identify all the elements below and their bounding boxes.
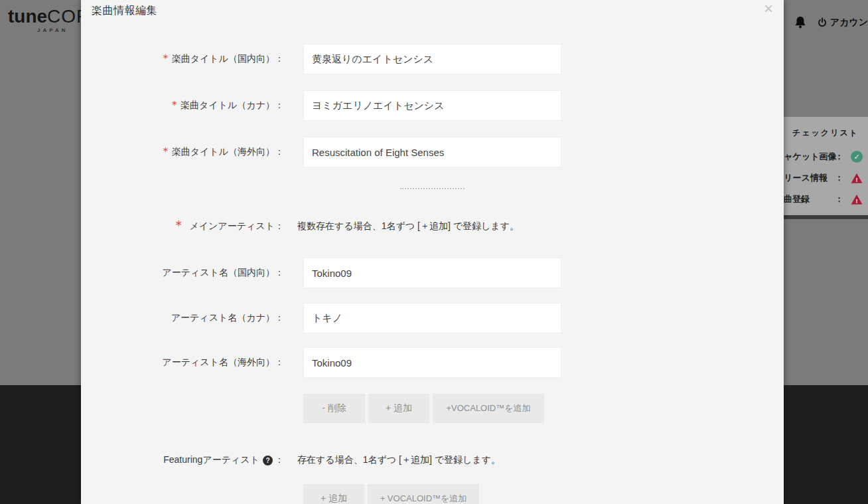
artist-domestic-input[interactable]	[303, 258, 561, 288]
remove-artist-button[interactable]: - 削除	[303, 394, 365, 423]
field-label: ＊ 楽曲タイトル（海外向）：	[81, 137, 284, 167]
header-actions: アカウン	[793, 15, 868, 31]
field-label: アーティスト名（国内向）：	[81, 258, 284, 288]
add-vocaloid-button[interactable]: +VOCALOID™を追加	[433, 394, 544, 423]
field-row-title-overseas: ＊ 楽曲タイトル（海外向）：	[81, 137, 784, 167]
featuring-artist-section: Featuringアーティスト ? ： 存在する場合、1名ずつ [＋追加] で登…	[81, 453, 784, 467]
main-artist-label-text: メインアーティスト：	[189, 220, 284, 232]
field-row-artist-overseas: アーティスト名（海外向）：	[81, 347, 784, 378]
add-artist-button[interactable]: + 追加	[368, 394, 429, 423]
field-row-artist-domestic: アーティスト名（国内向）：	[81, 258, 784, 288]
add-featuring-button[interactable]: + 追加	[303, 484, 364, 504]
required-asterisk: ＊	[172, 216, 185, 234]
artist-kana-input[interactable]	[303, 303, 561, 333]
title-domestic-input[interactable]	[303, 44, 561, 74]
required-asterisk: ＊	[161, 52, 171, 66]
field-label-text: 楽曲タイトル（国内向）：	[172, 53, 284, 65]
artist-overseas-input[interactable]	[303, 347, 561, 378]
close-icon[interactable]: ×	[764, 0, 773, 17]
checklist-item-label: ジャケット画像	[775, 151, 835, 163]
svg-text:!: !	[856, 176, 858, 183]
add-featuring-vocaloid-button[interactable]: + VOCALOID™を追加	[368, 484, 479, 504]
field-row-title-domestic: ＊ 楽曲タイトル（国内向）：	[81, 44, 784, 74]
main-artist-hint: 複数存在する場合、1名ずつ [＋追加] で登録します。	[297, 219, 519, 234]
field-label-text: アーティスト名（カナ）：	[171, 312, 284, 324]
field-label: アーティスト名（カナ）：	[81, 303, 284, 333]
featuring-label-text: Featuringアーティスト	[163, 454, 259, 466]
featuring-artist-hint: 存在する場合、1名ずつ [＋追加] で登録します。	[297, 453, 500, 467]
main-artist-label: ＊ メインアーティスト：	[81, 219, 284, 234]
checklist-item-label: リリース情報	[775, 172, 835, 184]
checklist-title: チェックリスト	[792, 127, 859, 139]
status-ok-icon: ✓	[851, 151, 863, 163]
account-menu: アカウン	[817, 17, 868, 29]
checklist-item-release-info: リリース情報 ： !	[775, 171, 863, 185]
field-row-artist-kana: アーティスト名（カナ）：	[81, 303, 784, 333]
main-artist-section: ＊ メインアーティスト： 複数存在する場合、1名ずつ [＋追加] で登録します。	[81, 219, 784, 234]
required-asterisk: ＊	[161, 145, 171, 159]
featuring-button-row: + 追加 + VOCALOID™を追加	[303, 484, 479, 504]
notification-bell-icon	[793, 15, 808, 31]
checklist-colon: ：	[835, 172, 843, 184]
help-icon[interactable]: ?	[263, 456, 273, 465]
field-label-text: 楽曲タイトル（海外向）：	[172, 146, 284, 158]
field-row-title-kana: ＊ 楽曲タイトル（カナ）：	[81, 90, 784, 121]
checklist-colon: ：	[835, 193, 843, 205]
modal-title: 楽曲情報編集	[92, 4, 157, 18]
main-artist-button-row: - 削除 + 追加 +VOCALOID™を追加	[303, 394, 544, 423]
dotted-separator	[400, 188, 465, 189]
field-label: ＊ 楽曲タイトル（カナ）：	[81, 90, 284, 121]
field-label: ＊ 楽曲タイトル（国内向）：	[81, 44, 284, 74]
edit-track-info-modal: 楽曲情報編集 × ＊ 楽曲タイトル（国内向）： ＊ 楽曲タイトル（カナ）： ＊ …	[81, 0, 784, 504]
featuring-artist-label: Featuringアーティスト ? ：	[81, 453, 284, 467]
logo-text-tune: tune	[8, 6, 47, 27]
title-kana-input[interactable]	[303, 90, 561, 121]
checklist-colon: ：	[835, 151, 843, 163]
featuring-label-colon: ：	[275, 454, 284, 466]
checklist-item-track-registration: 楽曲登録 ： !	[775, 193, 863, 206]
field-label-text: 楽曲タイトル（カナ）：	[181, 100, 284, 112]
title-overseas-input[interactable]	[303, 137, 561, 167]
field-label-text: アーティスト名（海外向）：	[162, 357, 284, 369]
account-label: アカウン	[830, 17, 868, 29]
status-warning-icon: !	[851, 193, 863, 205]
power-icon	[817, 17, 828, 28]
required-asterisk: ＊	[169, 98, 180, 112]
checklist-item-label: 楽曲登録	[775, 193, 835, 205]
checklist-item-jacket-image: ジャケット画像 ： ✓	[775, 150, 863, 163]
field-label: アーティスト名（海外向）：	[81, 347, 284, 378]
svg-text:!: !	[856, 197, 858, 204]
status-warning-icon: !	[851, 172, 863, 184]
field-label-text: アーティスト名（国内向）：	[162, 267, 284, 279]
